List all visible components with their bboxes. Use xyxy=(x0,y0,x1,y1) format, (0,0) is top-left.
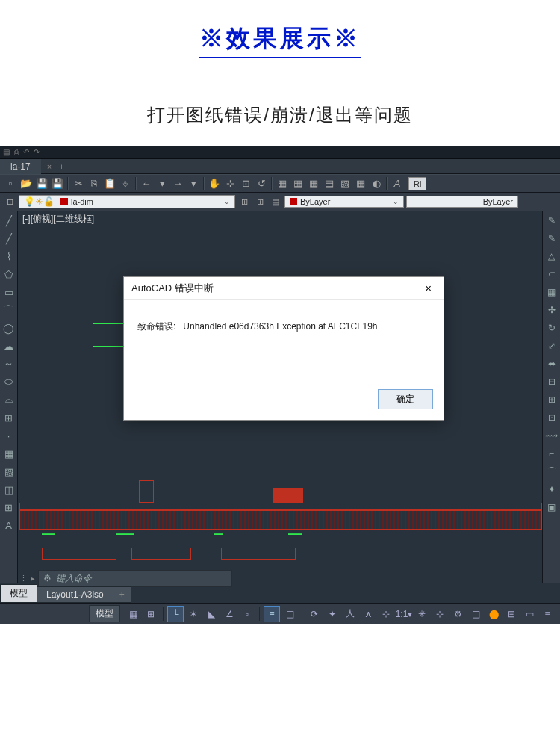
stretch-icon[interactable]: ⬌ xyxy=(546,358,558,370)
point-icon[interactable]: · xyxy=(3,430,15,441)
render-icon[interactable]: ◐ xyxy=(369,176,384,191)
copy-icon[interactable]: ⎘ xyxy=(87,176,102,191)
osnap-track-icon[interactable]: ∠ xyxy=(221,606,237,622)
paste-icon[interactable]: 📋 xyxy=(102,176,117,191)
workspace-icon[interactable]: ⚙ xyxy=(449,606,466,622)
qat-icon[interactable]: ↷ xyxy=(34,148,40,156)
close-icon[interactable]: × xyxy=(420,280,436,296)
command-input[interactable]: ⚙ 键入命令 xyxy=(38,570,232,587)
layer-tool-icon[interactable]: ⊞ xyxy=(253,195,267,208)
zoom-ext-icon[interactable]: ⊹ xyxy=(223,176,237,191)
anno-auto-icon[interactable]: ⊹ xyxy=(432,606,448,622)
qat-icon[interactable]: ⎙ xyxy=(14,148,19,156)
model-space-button[interactable]: 模型 xyxy=(89,605,120,622)
polar-icon[interactable]: ✶ xyxy=(185,606,202,622)
ellipse-icon[interactable]: ⬭ xyxy=(3,376,15,388)
arc-icon[interactable]: ⌒ xyxy=(3,304,15,316)
spline-icon[interactable]: ～ xyxy=(3,358,15,370)
table-icon[interactable]: ⊞ xyxy=(3,501,15,513)
chamfer-icon[interactable]: ⌐ xyxy=(546,447,558,459)
viewport-label[interactable]: [-][俯视][二维线框] xyxy=(22,213,94,226)
undo-dd-icon[interactable]: ▾ xyxy=(155,176,169,191)
iso-icon[interactable]: ◣ xyxy=(203,606,220,622)
grid-icon[interactable]: ▦ xyxy=(125,606,141,622)
layer-dropdown[interactable]: 💡☀🔓 la-dim ⌄ xyxy=(19,195,235,208)
layer-tool-icon[interactable]: ⊞ xyxy=(237,195,251,208)
revcloud-icon[interactable]: ☁ xyxy=(3,340,15,352)
props-icon[interactable]: ▦ xyxy=(275,176,290,191)
cut-icon[interactable]: ✂ xyxy=(71,176,86,191)
ellipse-arc-icon[interactable]: ⌓ xyxy=(3,394,15,406)
dialog-titlebar[interactable]: AutoCAD 错误中断 × xyxy=(124,277,444,300)
polyline-icon[interactable]: ⌇ xyxy=(3,250,15,262)
layer-tool-icon[interactable]: ▤ xyxy=(269,195,282,208)
region-icon[interactable]: ◫ xyxy=(3,483,15,495)
color-dropdown[interactable]: ByLayer ⌄ xyxy=(284,196,404,208)
polygon-icon[interactable]: ⬠ xyxy=(3,268,15,280)
new-icon[interactable]: ▫ xyxy=(3,176,18,191)
move-icon[interactable]: ✢ xyxy=(546,304,558,316)
save-icon[interactable]: 💾 xyxy=(34,176,49,191)
dyn-ucs-icon[interactable]: 人 xyxy=(342,606,358,622)
text-icon[interactable]: A xyxy=(390,176,405,191)
ribbon-toggle[interactable]: Rl xyxy=(408,177,426,190)
cmd-expand-icon[interactable]: ▸ xyxy=(31,574,35,583)
gear-icon[interactable]: ⚙ xyxy=(43,573,52,583)
mtext-icon[interactable]: A xyxy=(3,519,15,531)
qat-icon[interactable]: ▤ xyxy=(3,148,10,156)
sheet-set-icon[interactable]: ▤ xyxy=(322,176,337,191)
rect-icon[interactable]: ▭ xyxy=(3,286,15,298)
lineweight-dropdown[interactable]: ByLayer xyxy=(406,196,518,208)
tool-palettes-icon[interactable]: ▦ xyxy=(306,176,321,191)
offset-icon[interactable]: ⊂ xyxy=(546,268,558,280)
break-icon[interactable]: ⊡ xyxy=(546,412,558,424)
tab-add-icon[interactable]: + xyxy=(52,162,71,171)
monitor-icon[interactable]: ◫ xyxy=(467,606,484,622)
lineweight-icon[interactable]: ≡ xyxy=(264,606,280,622)
ok-button[interactable]: 确定 xyxy=(378,389,433,409)
undo-icon[interactable]: ← xyxy=(139,176,154,191)
3dosnap-icon[interactable]: ✦ xyxy=(324,606,340,622)
trim-icon[interactable]: ⊟ xyxy=(546,376,558,388)
mirror-icon[interactable]: △ xyxy=(546,250,558,262)
fillet-icon[interactable]: ⌒ xyxy=(546,465,558,477)
markup-icon[interactable]: ▧ xyxy=(337,176,352,191)
scale-icon[interactable]: ⤢ xyxy=(546,340,558,352)
zoom-prev-icon[interactable]: ↺ xyxy=(254,176,269,191)
zoom-win-icon[interactable]: ⊡ xyxy=(238,176,253,191)
copy-icon[interactable]: ✎ xyxy=(546,232,558,244)
sel-filter-icon[interactable]: ⋏ xyxy=(360,606,376,622)
calc-icon[interactable]: ▦ xyxy=(353,176,368,191)
rotate-icon[interactable]: ↻ xyxy=(546,322,558,334)
isolate-icon[interactable]: ⊟ xyxy=(503,606,520,622)
block-icon[interactable]: ⊞ xyxy=(3,412,15,424)
custom-icon[interactable]: ≡ xyxy=(539,606,556,622)
add-layout-icon[interactable]: + xyxy=(113,586,131,603)
clean-screen-icon[interactable]: ▭ xyxy=(521,606,538,622)
matchprop-icon[interactable]: ⎀ xyxy=(118,176,133,191)
layout-tab[interactable]: Layout1-A3iso xyxy=(37,586,113,603)
join-icon[interactable]: ⟿ xyxy=(546,430,558,441)
anno-vis-icon[interactable]: ✳ xyxy=(414,606,430,622)
file-tab-active[interactable]: la-17 xyxy=(0,159,41,174)
cycle-icon[interactable]: ⟳ xyxy=(306,606,323,622)
explode-icon[interactable]: ✦ xyxy=(546,483,558,495)
redo-dd-icon[interactable]: ▾ xyxy=(186,176,201,191)
transparency-icon[interactable]: ◫ xyxy=(281,606,298,622)
tool-icon[interactable]: ▣ xyxy=(546,501,558,513)
saveas-icon[interactable]: 💾 xyxy=(50,176,65,191)
circle-icon[interactable]: ◯ xyxy=(3,322,15,334)
model-tab[interactable]: 模型 xyxy=(0,584,37,603)
layer-manager-icon[interactable]: ⊞ xyxy=(3,195,16,208)
snap-icon[interactable]: ⊞ xyxy=(143,606,159,622)
design-center-icon[interactable]: ▦ xyxy=(290,176,305,191)
line-icon[interactable]: ╱ xyxy=(3,214,15,226)
pan-icon[interactable]: ✋ xyxy=(207,176,222,191)
hardware-accel-icon[interactable]: ⬤ xyxy=(485,606,502,622)
array-icon[interactable]: ▦ xyxy=(546,286,558,298)
gizmo-icon[interactable]: ⊹ xyxy=(378,606,394,622)
gradient-icon[interactable]: ▨ xyxy=(3,465,15,477)
extend-icon[interactable]: ⊞ xyxy=(546,394,558,406)
ortho-icon[interactable]: └ xyxy=(167,606,184,622)
qat-icon[interactable]: ↶ xyxy=(23,148,29,156)
